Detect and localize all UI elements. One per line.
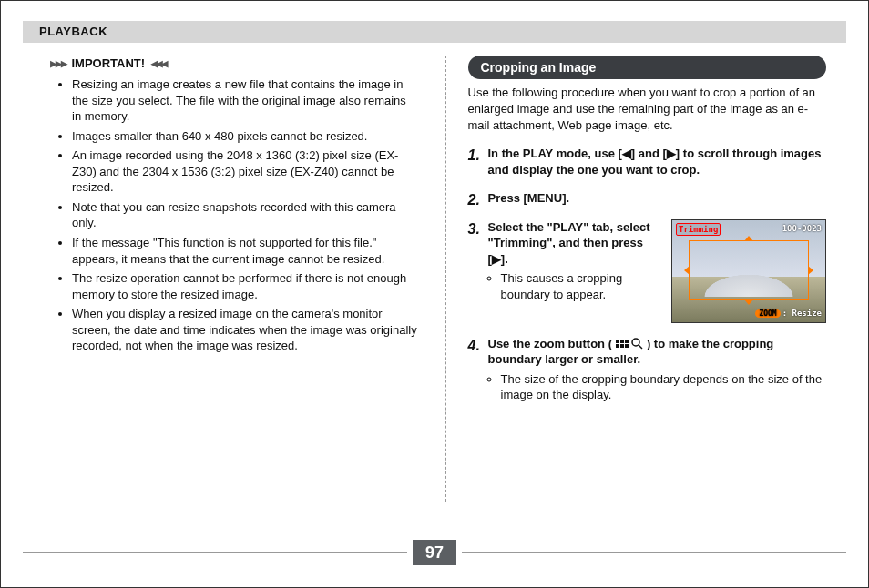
zoom-in-magnifier-icon xyxy=(631,337,647,350)
page-footer: 97 xyxy=(23,540,846,565)
step-1: In the PLAY mode, use [◀] and [▶] to scr… xyxy=(488,146,827,177)
zoom-out-grid-icon xyxy=(616,337,632,350)
crop-boundary xyxy=(689,240,809,300)
important-item: An image recorded using the 2048 x 1360 … xyxy=(72,147,418,196)
crop-arrow-up-icon xyxy=(744,236,753,241)
important-item: The resize operation cannot be performed… xyxy=(72,270,418,302)
left-column: ▶▶▶ IMPORTANT! ◀◀◀ Resizing an image cre… xyxy=(59,56,418,502)
svg-point-6 xyxy=(632,339,639,346)
section-header: PLAYBACK xyxy=(23,21,846,43)
right-column: Cropping an Image Use the following proc… xyxy=(445,56,827,502)
important-marker-right-icon: ◀◀◀ xyxy=(150,56,166,72)
page-number: 97 xyxy=(413,540,456,565)
camera-trimming-screenshot: Trimming 100-0023 ZOOM: Resize xyxy=(671,219,826,323)
important-item: Note that you can resize snapshots recor… xyxy=(72,199,418,231)
step-4-sub: The size of the cropping boundary depend… xyxy=(501,371,827,403)
step-2: Press [MENU]. xyxy=(488,190,827,207)
footer-rule-left xyxy=(23,552,407,553)
svg-rect-2 xyxy=(625,340,629,343)
important-item: Images smaller than 640 x 480 pixels can… xyxy=(72,128,418,145)
step-2-text: Press [MENU]. xyxy=(488,191,570,205)
step-4: Use the zoom button ( ) to make th xyxy=(488,336,827,403)
important-item: Resizing an image creates a new file tha… xyxy=(72,76,418,125)
manual-page: PLAYBACK ▶▶▶ IMPORTANT! ◀◀◀ Resizing an … xyxy=(0,0,869,588)
step-3-sub: This causes a cropping boundary to appea… xyxy=(501,270,663,302)
step-3-text: Select the "PLAY" tab, select "Trimming"… xyxy=(488,220,650,266)
important-item: If the message "This function is not sup… xyxy=(72,235,418,267)
footer-rule-right xyxy=(462,552,846,553)
svg-rect-5 xyxy=(625,344,629,348)
topic-lead: Use the following procedure when you wan… xyxy=(468,85,827,133)
step-4-pre: Use the zoom button ( xyxy=(488,337,613,350)
important-label: IMPORTANT! xyxy=(71,56,145,72)
zoom-resize-label: ZOOM: Resize xyxy=(755,308,822,319)
topic-heading: Cropping an Image xyxy=(468,56,827,80)
step-1-text: In the PLAY mode, use [◀] and [▶] to scr… xyxy=(488,147,822,177)
step-3: Select the "PLAY" tab, select "Trimming"… xyxy=(488,219,827,323)
svg-rect-0 xyxy=(616,340,619,343)
file-number-label: 100-0023 xyxy=(782,223,822,234)
crop-arrow-down-icon xyxy=(744,299,753,305)
trimming-label: Trimming xyxy=(676,223,721,236)
two-column-layout: ▶▶▶ IMPORTANT! ◀◀◀ Resizing an image cre… xyxy=(1,56,868,502)
zoom-tag: ZOOM xyxy=(755,309,780,318)
svg-rect-1 xyxy=(620,340,624,343)
crop-arrow-left-icon xyxy=(684,266,690,275)
crop-arrow-right-icon xyxy=(808,266,813,275)
important-list: Resizing an image creates a new file tha… xyxy=(59,76,418,354)
important-marker-left-icon: ▶▶▶ xyxy=(50,56,66,72)
important-item: When you display a resized image on the … xyxy=(72,306,418,354)
procedure-steps: In the PLAY mode, use [◀] and [▶] to scr… xyxy=(468,146,827,403)
important-heading: ▶▶▶ IMPORTANT! ◀◀◀ xyxy=(50,56,418,72)
svg-rect-3 xyxy=(616,344,619,348)
zoom-action: : Resize xyxy=(782,309,822,318)
svg-line-7 xyxy=(639,345,642,349)
svg-rect-4 xyxy=(620,344,624,348)
